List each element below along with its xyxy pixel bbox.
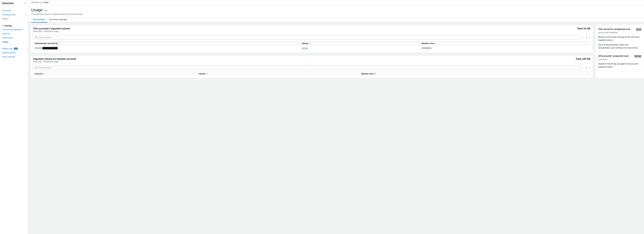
account-ingested-total: Total 10 GB — [577, 27, 590, 30]
member-ingested-card: Ingested volume by member account 08/21/… — [30, 55, 593, 78]
sidebar-item-account-management[interactable]: Account management — [0, 28, 28, 32]
account-admin-id-cell: Security — [33, 46, 300, 51]
sidebar-divider-2 — [0, 45, 28, 45]
sidebar-settings-header: ▼ Settings — [0, 23, 28, 28]
all-accounts-cost-value: $250 — [634, 55, 642, 58]
account-ingested-title: This account's ingested volume — [33, 27, 70, 30]
account-pagination-num: 1 — [586, 36, 587, 39]
member-col-volume[interactable]: Volume ▼ — [197, 72, 360, 76]
breadcrumb-parent-link[interactable]: Detective — [31, 1, 40, 4]
admin-id-sort-icon: ▾ — [58, 43, 59, 44]
member-ingested-title: Ingested volume by member account — [33, 58, 76, 60]
account-volume-cell: 10 GB — [300, 46, 420, 51]
sidebar-nav: Summary Finding groups Search ▼ Settings… — [0, 7, 28, 60]
page-title: Usage — [31, 8, 42, 12]
account-cost-value: $20 — [636, 28, 641, 31]
right-panel: This account's projected cost $20 Accoun… — [595, 25, 644, 78]
member-pagination-prev[interactable]: ‹ — [583, 66, 585, 69]
tab-by-source-package[interactable]: By source package — [47, 17, 70, 23]
member-pagination: ‹ 1 › — [583, 66, 590, 69]
left-panels: This account's ingested volume 08/21/202… — [28, 25, 595, 78]
settings-arrow-icon: ▼ — [2, 25, 4, 27]
main-content: Detective ❯ Usage Usage Info The estimat… — [28, 0, 644, 234]
whats-new-badge: 36 — [14, 48, 18, 50]
member-col-account[interactable]: Account ▾ — [33, 72, 197, 76]
account-search-row: 🔍 ‹ 1 › — [33, 35, 590, 40]
account-pagination: ‹ 1 › — [583, 36, 590, 39]
whats-new-label: What's new — [2, 47, 12, 50]
sidebar-close-button[interactable]: × — [24, 2, 26, 5]
member-ingested-total: Total 120 GB — [576, 58, 590, 60]
account-label: Security — [35, 47, 42, 49]
account-cost-title: This account's projected cost — [598, 28, 630, 30]
account-cost-account: Account 854725306385 — [598, 32, 641, 34]
sidebar-header: Detective × — [0, 0, 28, 7]
member-ingested-table: Account ▾ Volume ▼ Member since ▾ — [33, 72, 590, 76]
sidebar-item-summary[interactable]: Summary — [0, 8, 28, 13]
account-table-row: Security 10 GB 02/09/2022 — [33, 46, 590, 51]
account-col-admin-id[interactable]: Administrator account ID ▾ — [33, 42, 300, 46]
account-pagination-prev[interactable]: ‹ — [583, 36, 585, 39]
all-accounts-cost-section: All accounts' projected cost $250 9 acco… — [596, 52, 644, 71]
account-volume-link[interactable]: 10 GB — [302, 47, 307, 49]
all-accounts-cost-account: 9 accounts — [598, 58, 641, 61]
info-link[interactable]: Info — [44, 10, 48, 12]
account-cost-body1: Based on the 30-day average for this acc… — [598, 36, 641, 42]
all-accounts-cost-body1: Based on the 30-day average for all acco… — [598, 62, 641, 68]
breadcrumb-separator: ❯ — [40, 1, 42, 4]
member-ingested-date: 08/21/2023 - 09/20/2023 usage — [33, 61, 76, 63]
account-ingested-table: Administrator account ID ▾ Volume ▼ Memb… — [33, 41, 590, 51]
content-area: This account's ingested volume 08/21/202… — [28, 23, 644, 78]
member-ingested-card-body: 🔍 ‹ 1 › Account — [31, 64, 593, 78]
sidebar-item-usage[interactable]: Usage — [0, 40, 28, 44]
member-pagination-num: 1 — [586, 66, 587, 69]
member-ingested-card-header: Ingested volume by member account 08/21/… — [31, 55, 593, 64]
account-member-since-cell: 02/09/2022 — [420, 46, 590, 51]
account-ingested-card: This account's ingested volume 08/21/202… — [30, 25, 593, 53]
account-cost-body2: Once all tiered pricing is taken into co… — [598, 43, 641, 49]
member-account-sort-icon: ▾ — [43, 73, 44, 75]
account-ingested-card-body: 🔍 ‹ 1 › Administra — [31, 34, 593, 53]
sidebar-settings-label: Settings — [4, 25, 12, 27]
sidebar: Detective × Summary Finding groups Searc… — [0, 0, 28, 234]
member-col-member-since[interactable]: Member since ▾ — [360, 72, 590, 76]
member-member-since-sort-icon: ▾ — [375, 73, 376, 75]
member-search-box: 🔍 — [33, 66, 581, 70]
account-ingested-card-header: This account's ingested volume 08/21/202… — [31, 25, 593, 34]
sidebar-item-preferences[interactable]: Preferences — [0, 36, 28, 40]
account-search-input[interactable] — [38, 36, 579, 39]
sidebar-item-getting-started[interactable]: Getting started — [0, 51, 28, 55]
member-table-header-row: Account ▾ Volume ▼ Member since ▾ — [33, 72, 590, 76]
account-col-member-since[interactable]: Member since ▾ — [420, 42, 590, 46]
account-col-volume[interactable]: Volume ▼ — [300, 42, 420, 46]
account-ingested-date: 08/21/2023 - 09/20/2023 usage — [33, 30, 70, 33]
sidebar-item-general[interactable]: General — [0, 32, 28, 36]
account-table-header-row: Administrator account ID ▾ Volume ▼ Memb… — [33, 42, 590, 46]
sidebar-title: Detective — [2, 2, 14, 5]
member-volume-sort-icon: ▼ — [207, 73, 208, 75]
tab-by-account[interactable]: By account — [31, 17, 47, 23]
account-cost-section: This account's projected cost $20 Accoun… — [596, 25, 644, 52]
member-search-input[interactable] — [38, 66, 579, 69]
member-pagination-next[interactable]: › — [588, 66, 590, 69]
all-accounts-cost-title: All accounts' projected cost — [598, 55, 628, 57]
sidebar-item-finding-groups[interactable]: Finding groups — [0, 13, 28, 17]
volume-sort-icon: ▼ — [310, 43, 311, 44]
account-search-box: 🔍 — [33, 35, 581, 40]
member-search-icon: 🔍 — [35, 66, 38, 69]
account-pagination-next[interactable]: › — [588, 36, 590, 39]
member-search-row: 🔍 ‹ 1 › — [33, 66, 590, 70]
sidebar-item-whats-new[interactable]: What's new 36 — [0, 47, 28, 51]
breadcrumb: Detective ❯ Usage — [28, 0, 644, 5]
page-subtitle: The estimated volume of ingested data fo… — [31, 13, 641, 15]
breadcrumb-current: Usage — [43, 1, 49, 4]
tabs-bar: By account By source package — [28, 17, 644, 23]
sidebar-item-video-tutorials[interactable]: Video tutorials — [0, 55, 28, 59]
page-header: Usage Info The estimated volume of inges… — [28, 5, 644, 17]
sidebar-item-search[interactable]: Search — [0, 17, 28, 21]
account-search-icon: 🔍 — [35, 36, 38, 39]
member-since-sort-icon: ▾ — [436, 43, 436, 44]
account-id-redacted — [42, 47, 58, 49]
